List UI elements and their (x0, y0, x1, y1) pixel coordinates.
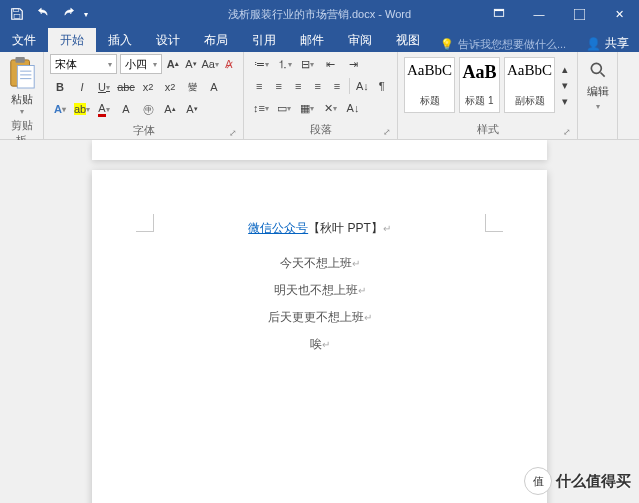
shading-button[interactable]: ▭▾ (273, 98, 295, 118)
underline-button[interactable]: U▾ (94, 77, 114, 97)
text-direction-button[interactable]: ✕▾ (319, 98, 341, 118)
bullets-button[interactable]: ≔▾ (250, 54, 272, 74)
page-header: 微信公众号【秋叶 PPT】↵ (152, 220, 487, 237)
paragraph-dialog-launcher[interactable]: ⤢ (383, 127, 391, 137)
enclose-button[interactable]: ㊥ (138, 99, 158, 119)
margin-corner-icon (136, 214, 154, 232)
minimize-button[interactable]: — (519, 0, 559, 28)
shrink-font-button[interactable]: A▾ (183, 55, 198, 73)
tab-view[interactable]: 视图 (384, 28, 432, 52)
sort-button[interactable]: A↓ (353, 76, 371, 96)
svg-rect-3 (494, 9, 503, 11)
numbering-button[interactable]: ⒈▾ (273, 54, 295, 74)
style-name: 标题 (420, 94, 440, 108)
change-case-button[interactable]: Aa▾ (201, 55, 218, 73)
group-label-font: 字体⤢ (50, 121, 237, 140)
group-label-paragraph: 段落⤢ (250, 120, 391, 139)
ribbon-options-button[interactable] (479, 0, 519, 28)
undo-button[interactable] (32, 3, 54, 25)
font-name-combo[interactable]: 宋体▾ (50, 54, 117, 74)
svg-line-12 (600, 73, 604, 77)
styles-scroll-up[interactable]: ▴ (559, 62, 571, 76)
clear-format-button[interactable]: A̷ (222, 55, 237, 73)
styles-dialog-launcher[interactable]: ⤢ (563, 127, 571, 137)
highlight-button[interactable]: ab▾ (72, 99, 92, 119)
style-preview: AaBbC (407, 62, 452, 79)
style-name: 副标题 (515, 94, 545, 108)
styles-scroll-down[interactable]: ▾ (559, 78, 571, 92)
tab-file[interactable]: 文件 (0, 28, 48, 52)
body-line: 明天也不想上班↵ (152, 282, 487, 299)
font-size-combo[interactable]: 小四▾ (120, 54, 162, 74)
tab-design[interactable]: 设计 (144, 28, 192, 52)
document-area[interactable]: 微信公众号【秋叶 PPT】↵ 今天不想上班↵ 明天也不想上班↵ 后天更更不想上班… (0, 140, 639, 503)
shrink-font-2-button[interactable]: A▾ (182, 99, 202, 119)
bulb-icon: 💡 (440, 38, 454, 51)
style-name: 标题 1 (465, 94, 493, 108)
body-line: 今天不想上班↵ (152, 255, 487, 272)
header-link: 微信公众号 (248, 221, 308, 235)
font-dialog-launcher[interactable]: ⤢ (229, 128, 237, 138)
body-line: 唉↵ (152, 336, 487, 353)
svg-rect-4 (574, 9, 585, 20)
watermark: 值 什么值得买 (524, 467, 631, 495)
previous-page (92, 140, 547, 160)
align-center-button[interactable]: ≡ (269, 76, 287, 96)
char-border-button[interactable]: A (204, 77, 224, 97)
close-button[interactable]: ✕ (599, 0, 639, 28)
maximize-button[interactable] (559, 0, 599, 28)
styles-more-button[interactable]: ▾ (559, 94, 571, 108)
paste-button[interactable]: 粘贴 (11, 92, 33, 107)
style-preview: AaB (462, 62, 496, 83)
grow-font-button[interactable]: A▴ (165, 55, 180, 73)
share-button[interactable]: 👤共享 (576, 35, 639, 52)
align-left-button[interactable]: ≡ (250, 76, 268, 96)
sort-2-button[interactable]: A↓ (342, 98, 364, 118)
decrease-indent-button[interactable]: ⇤ (319, 54, 341, 74)
tab-review[interactable]: 审阅 (336, 28, 384, 52)
font-color-button[interactable]: A▾ (94, 99, 114, 119)
window-title: 浅析服装行业的市场营销.docx - Word (228, 7, 411, 22)
strikethrough-button[interactable]: abc (116, 77, 136, 97)
tab-mailings[interactable]: 邮件 (288, 28, 336, 52)
editing-button[interactable]: 编辑▾ (584, 54, 611, 111)
svg-rect-7 (17, 66, 34, 89)
style-item-subtitle[interactable]: AaBbC 副标题 (504, 57, 555, 113)
style-item-heading1[interactable]: AaB 标题 1 (459, 57, 500, 113)
save-button[interactable] (6, 3, 28, 25)
margin-corner-icon (485, 214, 503, 232)
align-right-button[interactable]: ≡ (289, 76, 307, 96)
superscript-button[interactable]: x2 (160, 77, 180, 97)
watermark-text: 什么值得买 (556, 472, 631, 491)
group-label-styles: 样式⤢ (404, 120, 571, 139)
char-shading-button[interactable]: A (116, 99, 136, 119)
tab-home[interactable]: 开始 (48, 28, 96, 52)
show-marks-button[interactable]: ¶ (373, 76, 391, 96)
borders-button[interactable]: ▦▾ (296, 98, 318, 118)
line-spacing-button[interactable]: ↕≡▾ (250, 98, 272, 118)
paste-icon[interactable] (7, 56, 37, 90)
watermark-badge-icon: 值 (524, 467, 552, 495)
style-item-title[interactable]: AaBbC 标题 (404, 57, 455, 113)
grow-font-2-button[interactable]: A▴ (160, 99, 180, 119)
svg-point-11 (591, 63, 601, 73)
bold-button[interactable]: B (50, 77, 70, 97)
tab-insert[interactable]: 插入 (96, 28, 144, 52)
tab-references[interactable]: 引用 (240, 28, 288, 52)
tellme-search[interactable]: 💡告诉我您想要做什么... (432, 37, 574, 52)
redo-button[interactable] (58, 3, 80, 25)
share-icon: 👤 (586, 37, 601, 51)
increase-indent-button[interactable]: ⇥ (342, 54, 364, 74)
find-icon (588, 60, 608, 80)
distribute-button[interactable]: ≡ (328, 76, 346, 96)
body-line: 后天更更不想上班↵ (152, 309, 487, 326)
phonetic-button[interactable]: 變 (182, 77, 202, 97)
italic-button[interactable]: I (72, 77, 92, 97)
svg-rect-6 (15, 57, 24, 63)
multilevel-button[interactable]: ⊟▾ (296, 54, 318, 74)
subscript-button[interactable]: x2 (138, 77, 158, 97)
text-effects-button[interactable]: A▾ (50, 99, 70, 119)
tab-layout[interactable]: 布局 (192, 28, 240, 52)
document-page[interactable]: 微信公众号【秋叶 PPT】↵ 今天不想上班↵ 明天也不想上班↵ 后天更更不想上班… (92, 170, 547, 503)
justify-button[interactable]: ≡ (308, 76, 326, 96)
